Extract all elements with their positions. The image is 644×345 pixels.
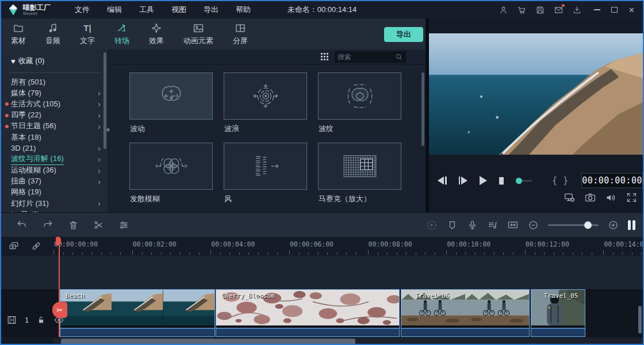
split-screen-icon <box>235 22 246 34</box>
sidebar-collapse-icon[interactable]: ◀ <box>105 126 109 132</box>
transition-tile-wind[interactable] <box>224 143 307 190</box>
tab-effects[interactable]: 效果 <box>139 22 174 46</box>
stop-button[interactable] <box>499 177 504 185</box>
category-item[interactable]: 扭曲 (37) › <box>1 176 108 187</box>
category-item[interactable]: 节日主题 (56) › <box>1 121 108 132</box>
quick-cut-scissors-icon[interactable]: ✂ <box>52 302 67 318</box>
user-icon[interactable] <box>499 5 508 15</box>
previous-frame-button[interactable] <box>438 177 447 185</box>
grid-view-icon[interactable] <box>321 53 328 60</box>
favorites-item[interactable]: ♥ 收藏 (0) <box>1 49 108 71</box>
fullscreen-icon[interactable] <box>626 191 638 204</box>
search-icon[interactable] <box>395 53 403 61</box>
scrub-handle[interactable] <box>516 178 522 184</box>
mark-out-button[interactable]: } <box>563 175 568 186</box>
timeline-empty-lane[interactable] <box>1 256 643 289</box>
maximize-icon[interactable] <box>611 7 618 13</box>
menu-tools[interactable]: 工具 <box>139 5 154 15</box>
sidebar-scrollbar[interactable] <box>103 52 106 149</box>
timeline-ruler[interactable]: 00:00:00:00 00:00:02:00 00:00:04:00 00:0… <box>53 237 643 256</box>
category-item[interactable]: 网格 (19) › <box>1 187 108 198</box>
category-sidebar: ♥ 收藏 (0) 所有 (501) › 媒体 (79) › <box>1 49 108 212</box>
transition-tile-ripple[interactable] <box>318 72 401 120</box>
menu-export[interactable]: 导出 <box>204 5 218 15</box>
export-button[interactable]: 导出 <box>384 27 423 42</box>
download-icon[interactable] <box>572 5 582 15</box>
category-item[interactable]: 基本 (18) › <box>1 132 108 143</box>
playhead[interactable] <box>59 237 60 337</box>
chevron-right-icon: › <box>98 122 101 131</box>
category-item[interactable]: 所有 (501) › <box>1 76 108 87</box>
tab-splitscreen[interactable]: 分屏 <box>223 22 258 46</box>
category-item[interactable]: 波纹与溶解 (16) › <box>1 154 108 164</box>
trash-icon[interactable] <box>68 220 79 231</box>
redo-icon[interactable] <box>42 219 53 231</box>
timeline-clip-travel-05[interactable]: Travel_05 <box>531 289 585 337</box>
snapshot-camera-icon[interactable] <box>584 191 596 204</box>
add-track-icon[interactable] <box>8 240 20 252</box>
category-item[interactable]: 四季 (22) › <box>1 110 108 121</box>
display-settings-icon[interactable] <box>564 191 576 204</box>
timeline-clip-beach[interactable]: Beach <box>60 289 215 337</box>
menu-file[interactable]: 文件 <box>75 5 90 15</box>
menu-edit[interactable]: 编辑 <box>107 5 122 15</box>
transitions-panel: 波动 波浪 <box>108 49 425 212</box>
lock-icon[interactable] <box>36 315 46 325</box>
mail-icon[interactable] <box>554 5 564 15</box>
timeline-hscroll-thumb[interactable] <box>61 339 355 344</box>
zoom-in-icon[interactable] <box>608 220 619 231</box>
minimize-icon[interactable] <box>594 9 600 10</box>
menu-view[interactable]: 视图 <box>171 5 186 15</box>
category-item[interactable]: 运动模糊 (36) › <box>1 165 108 176</box>
project-title: 未命名：00:00:14:14 <box>288 5 357 15</box>
transition-tile-dispersion-blur[interactable] <box>129 143 213 190</box>
tab-elements[interactable]: 动画元素 <box>174 22 223 46</box>
clip-audio-strip <box>216 328 399 336</box>
adjust-icon[interactable] <box>118 220 129 231</box>
transition-tile-mosaic[interactable] <box>318 143 401 190</box>
menu-bar: 文件 编辑 工具 视图 导出 帮助 <box>75 5 251 15</box>
close-icon[interactable]: ✕ <box>628 6 635 14</box>
tab-transitions[interactable]: 转场 <box>105 22 139 46</box>
category-item[interactable]: 3D (21) › <box>1 143 108 154</box>
timeline-clip-travel-06[interactable]: Travel_06 <box>401 289 530 337</box>
scissors-icon[interactable] <box>93 220 104 231</box>
ruler-segment: 00:00:06:00 <box>289 237 365 256</box>
mark-in-button[interactable]: { <box>552 175 557 186</box>
tab-audio[interactable]: 音频 <box>36 22 70 46</box>
folder-icon <box>13 22 24 34</box>
link-icon[interactable] <box>30 240 42 252</box>
next-frame-button[interactable] <box>459 177 468 185</box>
transition-tile-wave[interactable] <box>129 72 213 120</box>
category-item[interactable]: 生活方式 (105) › <box>1 98 108 109</box>
cart-icon[interactable] <box>517 5 527 15</box>
new-dot <box>5 125 9 128</box>
tab-media[interactable]: 素材 <box>1 22 36 46</box>
marker-icon[interactable] <box>447 220 458 231</box>
save-icon[interactable] <box>535 5 545 15</box>
category-item[interactable]: 幻灯片 (31) › <box>1 198 108 209</box>
fit-timeline-icon[interactable] <box>507 219 519 231</box>
zoom-out-icon[interactable] <box>528 220 539 231</box>
panel-layout-icon[interactable] <box>628 220 635 230</box>
wind-lines-icon <box>248 153 283 179</box>
play-button[interactable] <box>480 176 487 185</box>
panel-scrollbar[interactable] <box>421 72 424 146</box>
search-input[interactable] <box>338 53 395 61</box>
transition-tile-ripplewave[interactable] <box>224 72 307 120</box>
ruler-segment: 00:00:14:00 <box>603 237 643 256</box>
zoom-slider-handle[interactable] <box>584 221 592 229</box>
mic-icon[interactable] <box>467 220 478 231</box>
undo-icon[interactable] <box>16 219 28 231</box>
volume-icon[interactable] <box>605 191 617 204</box>
timeline-clip-cherry-blossom[interactable]: Cherry_Blossom <box>216 289 400 337</box>
timeline-vscroll-thumb[interactable] <box>638 306 642 334</box>
preview-scrub-slider[interactable] <box>516 180 532 182</box>
mixer-icon[interactable] <box>487 220 498 231</box>
category-item[interactable]: 媒体 (79) › <box>1 87 108 98</box>
transport-controls: { } 00:00:00:00 <box>429 171 643 190</box>
menu-help[interactable]: 帮助 <box>236 5 251 15</box>
render-preview-icon[interactable] <box>425 219 438 231</box>
tab-text[interactable]: T| 文字 <box>70 22 105 46</box>
timeline-zoom-slider[interactable] <box>548 224 599 226</box>
